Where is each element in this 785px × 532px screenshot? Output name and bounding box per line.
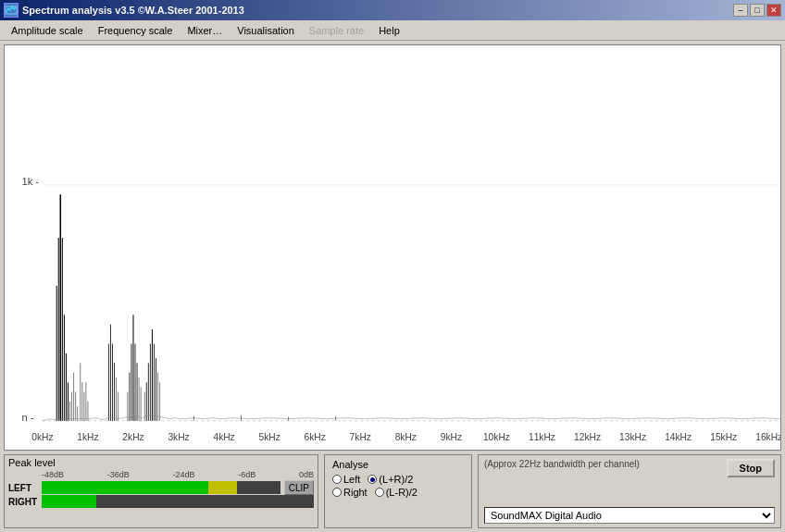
peak-level-title: Peak level: [8, 457, 314, 468]
window-controls[interactable]: – □ ✕: [733, 4, 781, 17]
svg-text:7kHz: 7kHz: [350, 432, 371, 442]
right-radio-label: Right: [343, 487, 368, 498]
db-label-48: -48dB: [42, 470, 64, 479]
right-channel-label: RIGHT: [8, 497, 38, 507]
right-green-bar: [42, 495, 96, 508]
svg-text:8kHz: 8kHz: [395, 432, 417, 442]
bottom-panel: Peak level -48dB -36dB -24dB -6dB 0dB LE…: [4, 454, 781, 528]
left-channel-label: LEFT: [8, 483, 38, 493]
app-icon: [4, 3, 19, 18]
left-radio-label: Left: [343, 474, 360, 485]
main-content: Spectrum analysis 1k - n - 0kHz 1kHz 2kH…: [0, 41, 785, 532]
left-green-bar: [42, 481, 208, 494]
menu-mixer[interactable]: Mixer…: [180, 23, 230, 38]
db-labels: -48dB -36dB -24dB -6dB 0dB: [8, 470, 314, 479]
svg-text:9kHz: 9kHz: [441, 432, 462, 442]
device-selector[interactable]: SoundMAX Digital Audio: [484, 507, 775, 524]
svg-text:0kHz: 0kHz: [31, 432, 53, 442]
left-radio[interactable]: [332, 475, 342, 484]
left-yellow-bar: [208, 481, 237, 494]
menu-visualisation[interactable]: Visualisation: [230, 23, 302, 38]
svg-text:1k -: 1k -: [21, 176, 39, 187]
analyse-radio-row-2: Right (L-R)/2: [332, 487, 464, 498]
svg-text:4kHz: 4kHz: [213, 432, 234, 442]
menu-help[interactable]: Help: [371, 23, 407, 38]
window-title: Spectrum analysis v3.5 ©W.A.Steer 2001-2…: [22, 5, 244, 16]
analyse-title: Analyse: [332, 459, 464, 470]
left-clip-button[interactable]: CLIP: [284, 480, 314, 495]
svg-text:2kHz: 2kHz: [122, 432, 143, 442]
svg-text:15kHz: 15kHz: [710, 432, 737, 442]
svg-text:11kHz: 11kHz: [529, 432, 555, 442]
menu-amplitude-scale[interactable]: Amplitude scale: [4, 23, 91, 38]
stop-button[interactable]: Stop: [727, 459, 775, 477]
db-label-36: -36dB: [107, 470, 130, 479]
right-radio[interactable]: [332, 488, 342, 497]
analyse-right-option[interactable]: Right: [332, 487, 368, 498]
close-button[interactable]: ✕: [766, 4, 781, 17]
analyse-lminusr2-option[interactable]: (L-R)/2: [375, 487, 417, 498]
menu-sample-rate: Sample rate: [302, 23, 371, 38]
menu-bar: Amplitude scale Frequency scale Mixer… V…: [0, 20, 785, 41]
svg-text:14kHz: 14kHz: [665, 432, 692, 442]
svg-text:13kHz: 13kHz: [619, 432, 646, 442]
maximize-button[interactable]: □: [750, 4, 765, 17]
bandwidth-note: (Approx 22Hz bandwidth per channel): [484, 459, 640, 469]
menu-frequency-scale[interactable]: Frequency scale: [91, 23, 181, 38]
spectrum-chart: 1k - n - 0kHz 1kHz 2kHz 3kHz 4kHz 5kHz 6…: [5, 45, 780, 450]
svg-text:5kHz: 5kHz: [259, 432, 280, 442]
minimize-button[interactable]: –: [733, 4, 748, 17]
svg-text:1kHz: 1kHz: [77, 432, 98, 442]
svg-text:3kHz: 3kHz: [168, 432, 189, 442]
title-bar: Spectrum analysis v3.5 ©W.A.Steer 2001-2…: [0, 0, 785, 20]
svg-text:10kHz: 10kHz: [483, 432, 510, 442]
left-level-bar: [42, 481, 280, 494]
peak-level-box: Peak level -48dB -36dB -24dB -6dB 0dB LE…: [4, 454, 318, 528]
device-box: (Approx 22Hz bandwidth per channel) Stop…: [478, 454, 781, 528]
db-label-24: -24dB: [173, 470, 195, 479]
right-level-bar: [42, 495, 314, 508]
db-label-0: 0dB: [299, 470, 314, 479]
svg-text:12kHz: 12kHz: [574, 432, 601, 442]
right-channel-row: RIGHT: [8, 495, 314, 508]
lr2-radio[interactable]: [368, 475, 377, 484]
svg-text:n -: n -: [21, 412, 33, 423]
svg-rect-1: [5, 45, 780, 450]
lminusr2-radio[interactable]: [375, 488, 384, 497]
left-channel-row: LEFT CLIP: [8, 480, 314, 495]
svg-text:16kHz: 16kHz: [755, 432, 780, 442]
analyse-lr2-option[interactable]: (L+R)/2: [368, 474, 413, 485]
spectrum-panel: Spectrum analysis 1k - n - 0kHz 1kHz 2kH…: [4, 44, 781, 451]
analyse-box: Analyse Left (L+R)/2 Right (L-R): [324, 454, 472, 528]
analyse-left-option[interactable]: Left: [332, 474, 360, 485]
db-label-6: -6dB: [238, 470, 255, 479]
lr2-radio-label: (L+R)/2: [379, 474, 413, 485]
title-bar-left: Spectrum analysis v3.5 ©W.A.Steer 2001-2…: [4, 3, 244, 18]
svg-text:6kHz: 6kHz: [305, 432, 326, 442]
lminusr2-radio-label: (L-R)/2: [386, 487, 417, 498]
analyse-radio-row-1: Left (L+R)/2: [332, 474, 464, 485]
